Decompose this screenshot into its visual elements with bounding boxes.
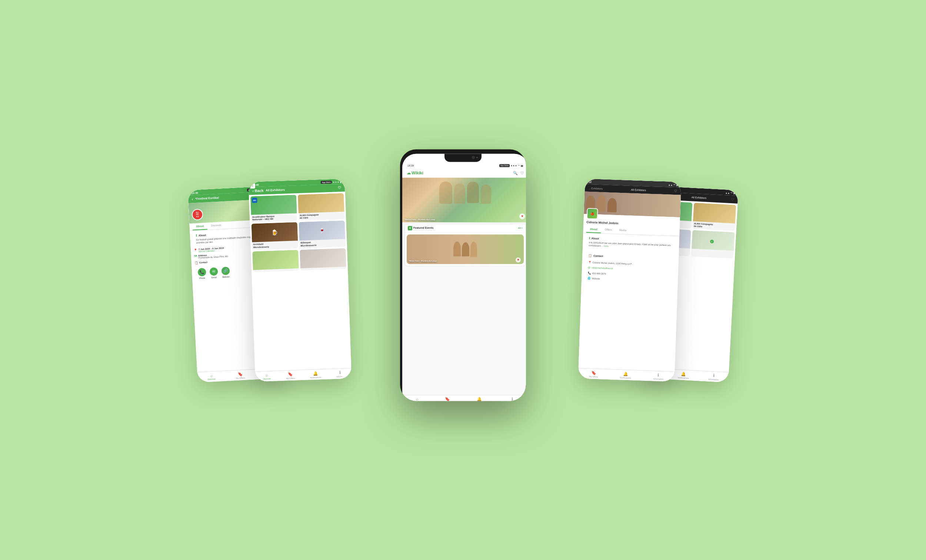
nav-discover-center[interactable]: ⌕ Discover [413, 397, 421, 401]
exhibitor-name-3: ArchibaldMicrobrasserie [252, 241, 298, 250]
battery-rn: ▮ [676, 184, 678, 186]
date-info: 7 Jun 2019 – 9 Jun 2019 Add to Calendar [198, 246, 224, 252]
wifi-rn: 〜 [673, 183, 676, 186]
phone-center: 14:39 App Store ▲▲▲ 〜 ▮▮ ☁ Wikiki 🔍 ♡ [400, 149, 526, 401]
inform-label-ln: Inform... [336, 375, 344, 378]
info-icon-ln: ℹ [339, 370, 341, 375]
phone-button[interactable]: 📞 Phone [198, 267, 207, 279]
battery-rf: ▮ [733, 192, 734, 194]
exhibitor-card-5[interactable]: ★ [252, 249, 299, 272]
back-rn[interactable]: ... Exhibitors [589, 187, 603, 190]
detail-info-rn: 📍 Cidrerie Michel Jodoin, 1130 Rang La P… [584, 258, 676, 285]
map-dot: 📍 [588, 260, 591, 264]
nav-discover-ln[interactable]: ⌕ Discover [263, 372, 271, 380]
info-icon-nav-rn: ℹ [657, 372, 659, 377]
app-store-ln: App Store [321, 180, 332, 184]
featured-all-link[interactable]: All > [518, 227, 523, 229]
exhibitor-card-2[interactable]: A ALMA Compagniede cidre [298, 193, 345, 220]
back-arrow[interactable]: ‹ [192, 197, 193, 201]
nav-notifications-rn[interactable]: 🔔 Notifications [620, 371, 631, 379]
discover-icon-center: ⌕ [416, 397, 419, 401]
contact-label-rn: Contact [593, 254, 603, 257]
event-card-1[interactable]: ♥ *Bière Fest - Rivière-du-Loup [407, 234, 524, 264]
contact-icon: 📋 [194, 261, 198, 265]
event1-fav-btn[interactable]: ♥ [516, 257, 521, 263]
tab-about-rn[interactable]: About [586, 225, 601, 233]
all-exhibitors-title: All Exhibitors [266, 188, 285, 192]
fav-dot-rf: ✓ [710, 240, 714, 243]
wifi-center: 〜 [518, 164, 520, 167]
nav-information-center[interactable]: ℹ Information [507, 397, 517, 401]
discover-icon: ⌕ [210, 373, 213, 377]
status-icons-ln: App Store ▲▲▲ ▮ [321, 180, 341, 184]
more-link[interactable]: more [604, 245, 608, 247]
nav-my-offers-rn[interactable]: 🔖 My Offers [589, 370, 598, 378]
person-rn2 [596, 195, 606, 212]
ep1 [453, 242, 461, 256]
email-label: Email [212, 276, 217, 279]
email-detail-text: info@micheljodoin.ca [592, 266, 613, 270]
tab-about[interactable]: About [192, 222, 207, 230]
nav-notifications-rf[interactable]: 🔔 Notifications [678, 371, 689, 379]
contact-icon-rn: 📋 [588, 254, 592, 257]
nav-discover[interactable]: ⌕ Discover [207, 373, 216, 380]
back-arrow-ln[interactable]: ‹ Back [252, 189, 263, 193]
tab-discover[interactable]: Discover [207, 221, 225, 229]
signal-center: ▲▲▲ [510, 165, 517, 166]
nav-my-offers-ln[interactable]: 🔖 My Offers [286, 371, 295, 379]
fav-check: ✓ [711, 240, 713, 243]
tab-offers-rn[interactable]: Offers [601, 226, 616, 234]
nav-tabs-rn: 🔖 My Offers 🔔 Notifications ℹ Informatio… [578, 368, 675, 382]
wikiki-logo-text: Wikiki [412, 171, 424, 175]
exhibitor-card-6[interactable] [300, 248, 346, 270]
bnc-text: BN [253, 199, 256, 201]
event-people-row [453, 242, 477, 257]
screen-center: 14:39 App Store ▲▲▲ 〜 ▮▮ ☁ Wikiki 🔍 ♡ [402, 154, 526, 401]
card-img-5: ★ [252, 249, 299, 269]
time-rn: 12 [589, 180, 592, 183]
nav-my-offers[interactable]: 🔖 My Offers [236, 371, 245, 379]
wikiki-logo-cloud: ☁ [407, 171, 411, 175]
bell-icon-ln: 🔔 [313, 371, 318, 376]
event1-label: *Bière Fest - Rivière-du-Loup [409, 260, 437, 262]
nav-notifications-center[interactable]: 🔔 Notifications [474, 397, 485, 401]
apple-icon: 🍎 [590, 212, 594, 215]
signal-rf: ▲▲ [725, 191, 730, 194]
company-logo-rn: 🍎 [587, 208, 598, 219]
nav-information-rf[interactable]: ℹ Information [708, 373, 719, 380]
nav-information-rn[interactable]: ℹ Information [653, 372, 663, 380]
nav-my-offers-center[interactable]: 🔖 My Offers [443, 397, 452, 401]
exhibitor-card-3[interactable]: 🍺 ArchibaldMicrobrasserie [251, 222, 298, 250]
tab-media-rn[interactable]: Media [616, 226, 630, 234]
scene: 14:39 App Store ▲▲▲ wifi ▮▮ ‹ *Festival … [204, 77, 722, 484]
featured-logo-icon: W [408, 226, 412, 230]
wikiki-header: ☁ Wikiki 🔍 ♡ [402, 169, 526, 178]
hero-fav-btn[interactable]: ♥ [519, 213, 525, 219]
heart-icon-center[interactable]: ♡ [520, 171, 524, 175]
heart-icon-rf[interactable]: ♡ [731, 197, 734, 201]
exhibitor-card-4[interactable]: 🍷 BilboquetMicrobrasserie [299, 220, 346, 248]
info-icon-center: ℹ [511, 397, 513, 401]
company-logo-inner: 🍎 [587, 208, 598, 218]
heart-icon-rn[interactable]: ♡ [674, 189, 677, 193]
page-title: *Festival Euréka! [195, 196, 219, 200]
nav-inform-ln[interactable]: ℹ Inform... [336, 370, 344, 378]
exhibitor-card-rf-2[interactable]: ALMA Compagniede cidre [693, 202, 736, 231]
info-icon-rn: ℹ [589, 237, 590, 240]
exhibitor-card-rf-4[interactable]: ✓ [691, 230, 735, 258]
nav-tabs-left-near: ⌕ Discover 🔖 My Offers 🔔 Notifications ℹ… [255, 368, 352, 382]
exhibitor-card-1[interactable]: BN Accélérateur BanqueNationale – HEC Mt… [250, 195, 297, 222]
search-icon-center[interactable]: 🔍 [513, 171, 517, 175]
person2 [454, 183, 465, 204]
website-button[interactable]: 🔗 Website [221, 267, 230, 278]
email-button[interactable]: ✉ Email [210, 267, 219, 278]
nav-notifications-ln[interactable]: 🔔 Notifications [310, 371, 322, 379]
information-label-rf: Information [708, 378, 719, 380]
about-rn: ℹ About à la cidriculture par son père J… [583, 233, 679, 254]
featured-header: W Featured Events All > [405, 224, 526, 232]
event-img-1: ♥ *Bière Fest - Rivière-du-Loup [407, 234, 524, 264]
web-icon: 🔗 [221, 267, 230, 275]
website-detail-text: Website [592, 277, 600, 281]
hero-rn: 🍎 [584, 191, 681, 217]
location-icon: 📍 [194, 249, 197, 252]
